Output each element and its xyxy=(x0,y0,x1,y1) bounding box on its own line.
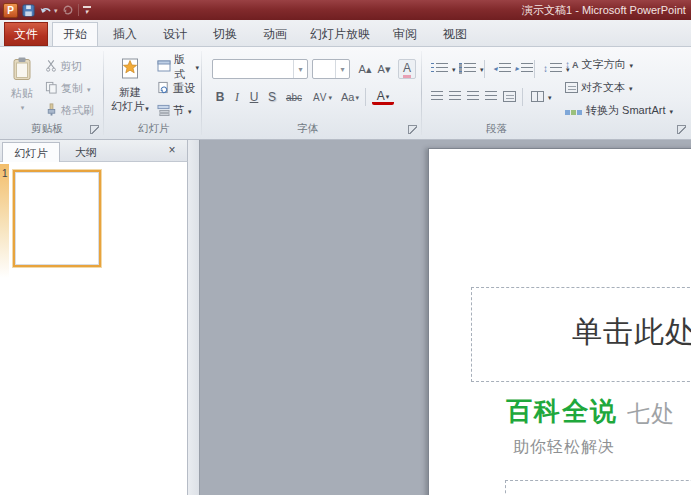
distribute-icon xyxy=(503,91,516,102)
layout-button[interactable]: 版式 xyxy=(154,57,202,76)
clear-formatting-button[interactable]: A xyxy=(398,59,416,79)
ribbon: 粘贴 剪切 复制 格式刷 剪贴板 xyxy=(0,46,691,140)
tab-view[interactable]: 视图 xyxy=(432,22,478,46)
align-left-button[interactable] xyxy=(428,87,446,106)
strikethrough-button[interactable]: abc xyxy=(282,87,306,107)
bold-button[interactable]: B xyxy=(212,87,228,107)
separator xyxy=(522,88,523,106)
clipboard-group-label: 剪贴板 xyxy=(0,122,104,136)
paragraph-dialog-launcher-icon[interactable] xyxy=(677,125,686,134)
paste-dropdown-icon xyxy=(20,103,25,111)
clipboard-group: 粘贴 剪切 复制 格式刷 剪贴板 xyxy=(0,47,104,139)
slide-editing-area[interactable]: 单击此处添加标题 百科全说 七处 助你轻松解决 xyxy=(428,148,691,495)
tab-insert[interactable]: 插入 xyxy=(102,22,148,46)
italic-button[interactable]: I xyxy=(230,87,244,107)
text-shadow-button[interactable]: S xyxy=(264,87,280,107)
tab-slides-pane[interactable]: 幻灯片 xyxy=(2,142,60,162)
powerpoint-window: P ▾ 演示文稿1 - Microsoft PowerPoint 文件 开始 插… xyxy=(0,0,691,495)
justify-button[interactable] xyxy=(482,87,500,106)
slide-tagline-text[interactable]: 助你轻松解决 xyxy=(513,437,615,458)
panel-tab-bar: 幻灯片 大纲 × xyxy=(0,140,188,162)
change-case-button[interactable]: Aa xyxy=(338,87,362,107)
tab-animations[interactable]: 动画 xyxy=(252,22,298,46)
tab-outline-pane[interactable]: 大纲 xyxy=(62,142,110,162)
align-text-button[interactable]: 对齐文本 xyxy=(562,78,636,97)
format-painter-button[interactable]: 格式刷 xyxy=(42,101,97,120)
paste-button[interactable]: 粘贴 xyxy=(2,53,42,129)
font-size-combo[interactable]: ▾ xyxy=(312,59,350,79)
pane-splitter[interactable] xyxy=(188,140,200,495)
reset-icon xyxy=(157,81,170,96)
title-placeholder[interactable]: 单击此处添加标题 xyxy=(471,287,691,382)
underline-button[interactable]: U xyxy=(246,87,262,107)
tab-file[interactable]: 文件 xyxy=(4,22,48,46)
separator xyxy=(365,88,366,106)
clipboard-dialog-launcher-icon[interactable] xyxy=(90,125,99,134)
increase-indent-button[interactable]: ▸ xyxy=(512,59,536,78)
font-dialog-launcher-icon[interactable] xyxy=(408,125,417,134)
align-left-icon xyxy=(431,91,443,102)
section-button[interactable]: 节 xyxy=(154,101,195,120)
format-painter-icon xyxy=(45,103,58,118)
grow-font-button[interactable]: A▴ xyxy=(356,59,374,79)
font-name-dropdown-icon[interactable]: ▾ xyxy=(293,60,307,78)
qat-separator xyxy=(78,4,79,16)
reset-button[interactable]: 重设 xyxy=(154,79,198,98)
tab-design[interactable]: 设计 xyxy=(152,22,198,46)
convert-to-smartart-button[interactable]: 转换为 SmartArt xyxy=(562,101,676,120)
clear-formatting-icon: A xyxy=(403,61,411,78)
shrink-font-button[interactable]: A▾ xyxy=(375,59,393,79)
undo-icon[interactable] xyxy=(39,2,58,18)
new-slide-button[interactable]: 新建 幻灯片 xyxy=(110,53,150,129)
ribbon-tab-row: 文件 开始 插入 设计 切换 动画 幻灯片放映 审阅 视图 xyxy=(0,20,691,46)
paragraph-group: ◂ ▸ ↕ xyxy=(422,47,691,139)
slide-side-text[interactable]: 七处 xyxy=(627,398,675,429)
align-text-icon xyxy=(565,82,578,93)
character-spacing-button[interactable]: AV xyxy=(310,87,336,107)
text-direction-button[interactable]: ↕A 文字方向 xyxy=(562,55,636,74)
close-pane-icon[interactable]: × xyxy=(165,143,179,158)
font-size-dropdown-icon[interactable]: ▾ xyxy=(335,60,349,78)
window-title: 演示文稿1 - Microsoft PowerPoint xyxy=(522,3,686,18)
customize-quick-access-icon[interactable]: ▾ xyxy=(83,2,91,18)
align-center-icon xyxy=(449,91,461,102)
align-right-icon xyxy=(467,91,479,102)
redo-icon[interactable] xyxy=(62,2,74,18)
align-right-button[interactable] xyxy=(464,87,482,106)
cut-icon xyxy=(45,59,57,74)
increase-indent-icon: ▸ xyxy=(515,63,533,74)
slide-number: 1 xyxy=(2,168,8,179)
group-divider xyxy=(103,51,104,135)
text-direction-icon: ↕A xyxy=(565,60,579,70)
smartart-icon xyxy=(565,105,583,117)
copy-icon xyxy=(45,81,58,96)
columns-button[interactable] xyxy=(528,87,555,106)
font-name-combo[interactable]: ▾ xyxy=(212,59,308,79)
decrease-indent-button[interactable]: ◂ xyxy=(490,59,514,78)
title-placeholder-text: 单击此处添加标题 xyxy=(572,312,691,353)
slides-group: 新建 幻灯片 版式 重设 节 幻灯片 xyxy=(106,47,202,139)
numbering-button[interactable] xyxy=(456,59,487,78)
slides-thumbnail-pane: 1 xyxy=(0,162,188,495)
tab-transitions[interactable]: 切换 xyxy=(202,22,248,46)
numbering-icon xyxy=(459,63,476,74)
tab-home[interactable]: 开始 xyxy=(52,22,98,46)
slide-thumbnail[interactable] xyxy=(13,170,101,267)
copy-button[interactable]: 复制 xyxy=(42,79,94,98)
titlebar: P ▾ 演示文稿1 - Microsoft PowerPoint xyxy=(0,0,691,20)
slide-brand-text[interactable]: 百科全说 xyxy=(506,394,618,429)
columns-icon xyxy=(531,91,544,102)
tab-slideshow[interactable]: 幻灯片放映 xyxy=(302,22,378,46)
slides-group-label: 幻灯片 xyxy=(106,122,202,136)
bullets-icon xyxy=(431,63,448,74)
powerpoint-app-icon[interactable]: P xyxy=(3,3,18,18)
distribute-button[interactable] xyxy=(500,87,519,106)
font-group-label: 字体 xyxy=(202,122,422,136)
align-center-button[interactable] xyxy=(446,87,464,106)
content-placeholder[interactable] xyxy=(505,480,691,495)
save-icon[interactable] xyxy=(22,2,35,18)
font-color-button[interactable]: A xyxy=(372,89,394,105)
bullets-button[interactable] xyxy=(428,59,459,78)
tab-review[interactable]: 审阅 xyxy=(382,22,428,46)
cut-button[interactable]: 剪切 xyxy=(42,57,85,76)
